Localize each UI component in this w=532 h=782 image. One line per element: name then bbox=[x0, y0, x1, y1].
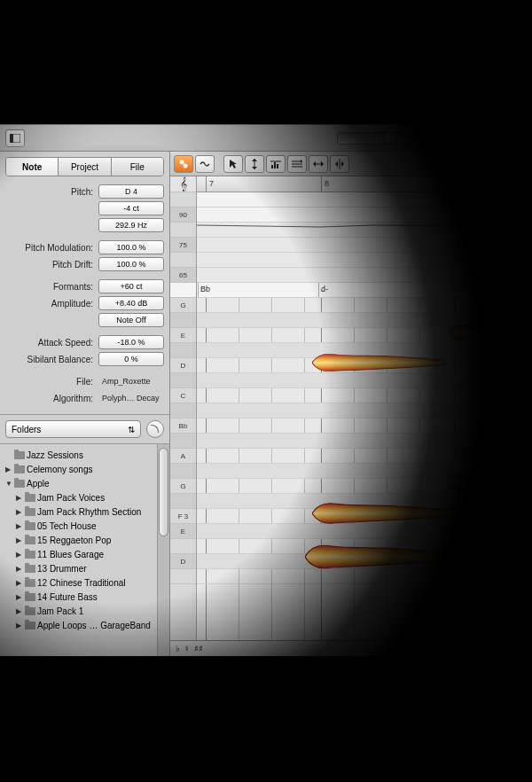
note-editor[interactable]: 𝄞 907565GEDCBbAGF 3ED 789 Bbd-C bbox=[170, 176, 532, 640]
tool-pitch-button[interactable] bbox=[174, 155, 193, 173]
file-browser: Folders ⇅ Jazz Sessions▶Celemony songs▼A… bbox=[0, 415, 169, 656]
tool-split-button[interactable] bbox=[245, 155, 264, 173]
folder-item[interactable]: ▶Jam Pack Rhythm Section bbox=[2, 504, 168, 519]
disclosure-icon[interactable]: ▶ bbox=[16, 494, 23, 502]
folder-item[interactable]: ▼Apple bbox=[2, 476, 168, 490]
tab-project[interactable]: Project bbox=[59, 158, 111, 176]
pitch-hz-value[interactable]: 292.9 Hz bbox=[98, 218, 164, 232]
amp-ruler-cell bbox=[170, 253, 196, 268]
amp-ruler-cell: 75 bbox=[170, 238, 196, 253]
disclosure-icon[interactable]: ▼ bbox=[5, 480, 12, 488]
svg-marker-23 bbox=[321, 161, 324, 167]
natural-icon[interactable]: ♮ bbox=[185, 644, 189, 653]
disclosure-icon[interactable]: ▶ bbox=[16, 551, 23, 559]
svg-rect-2 bbox=[429, 134, 438, 143]
folder-label: 12 Chinese Traditional bbox=[37, 578, 126, 588]
tool-arrow-button[interactable] bbox=[223, 155, 243, 173]
folder-item[interactable]: ▶15 Reggaeton Pop bbox=[2, 533, 168, 547]
stop-button[interactable] bbox=[470, 129, 488, 147]
note-grid[interactable]: 789 Bbd-C bbox=[197, 176, 532, 640]
disclosure-icon[interactable]: ▶ bbox=[16, 536, 23, 544]
record-button[interactable] bbox=[450, 129, 468, 147]
folder-item[interactable]: ▶Apple Loops … GarageBand bbox=[2, 618, 168, 632]
tool-amp-button[interactable] bbox=[266, 155, 286, 173]
disclosure-icon[interactable]: ▶ bbox=[16, 508, 23, 516]
disclosure-icon[interactable]: ▶ bbox=[16, 522, 23, 530]
note-blob[interactable] bbox=[445, 519, 532, 536]
chord-label[interactable]: d- bbox=[321, 285, 328, 293]
svg-marker-11 bbox=[252, 159, 257, 161]
folder-icon bbox=[14, 480, 25, 488]
tab-file[interactable]: File bbox=[112, 158, 163, 176]
amplitude-curve[interactable] bbox=[197, 207, 532, 268]
tree-scrollbar[interactable] bbox=[157, 444, 169, 656]
chord-label[interactable]: C bbox=[456, 285, 462, 293]
tool-formant-button[interactable] bbox=[287, 155, 307, 173]
folder-icon bbox=[25, 565, 35, 573]
attack-value[interactable]: -18.0 % bbox=[98, 335, 164, 349]
pitch-ruler-cell bbox=[170, 494, 196, 509]
folder-label: Jam Pack Rhythm Section bbox=[37, 507, 141, 517]
folder-icon bbox=[25, 579, 35, 587]
folder-item[interactable]: ▶Celemony songs bbox=[2, 462, 168, 476]
disclosure-icon[interactable]: ▶ bbox=[16, 565, 23, 573]
svg-marker-25 bbox=[335, 161, 338, 167]
browser-view-select[interactable]: Folders ⇅ bbox=[5, 420, 141, 438]
disclosure-icon[interactable]: ▶ bbox=[16, 607, 23, 615]
chord-label[interactable]: Bb bbox=[200, 285, 210, 293]
amp-ruler-cell bbox=[170, 223, 196, 238]
pitch-ruler: 𝄞 907565GEDCBbAGF 3ED bbox=[170, 176, 197, 640]
pitchmod-value[interactable]: 100.0 % bbox=[98, 240, 164, 254]
top-toolbar bbox=[0, 125, 532, 152]
folder-item[interactable]: ▶14 Future Bass bbox=[2, 590, 168, 604]
zoom-mode-button[interactable] bbox=[424, 129, 443, 147]
editor-panel: 𝄞 907565GEDCBbAGF 3ED 789 Bbd-C ♭ ♮ ♯♯ bbox=[170, 152, 532, 656]
note-blob[interactable] bbox=[450, 323, 529, 342]
tool-separate-button[interactable] bbox=[330, 155, 349, 173]
play-button[interactable] bbox=[489, 129, 507, 147]
note-blob[interactable] bbox=[312, 351, 445, 374]
folder-item[interactable]: ▶13 Drummer bbox=[2, 561, 168, 575]
pitch-ruler-cell: A bbox=[170, 449, 196, 464]
note-blob[interactable] bbox=[312, 500, 454, 527]
sharp-icon[interactable]: ♯♯ bbox=[194, 644, 203, 653]
sibilant-value[interactable]: 0 % bbox=[98, 352, 164, 366]
note-blob[interactable] bbox=[445, 472, 532, 493]
folder-item[interactable]: ▶Jam Pack 1 bbox=[2, 604, 168, 618]
updown-icon: ⇅ bbox=[128, 425, 135, 434]
flat-icon[interactable]: ♭ bbox=[176, 644, 180, 653]
folder-item[interactable]: ▶05 Tech House bbox=[2, 519, 168, 533]
formants-value[interactable]: +60 ct bbox=[98, 279, 164, 293]
time-ruler[interactable]: 789 bbox=[197, 176, 532, 192]
svg-rect-14 bbox=[274, 162, 276, 168]
drift-value[interactable]: 100.0 % bbox=[98, 257, 164, 271]
folder-icon bbox=[25, 551, 35, 559]
amplitude-label: Amplitude: bbox=[5, 299, 98, 309]
disclosure-icon[interactable]: ▶ bbox=[16, 579, 23, 587]
disclosure-icon[interactable]: ▶ bbox=[16, 622, 23, 630]
pitch-ruler-cell: G bbox=[170, 479, 196, 494]
amplitude-value[interactable]: +8.40 dB bbox=[98, 296, 164, 310]
pitch-value[interactable]: D 4 bbox=[98, 184, 164, 199]
folder-item[interactable]: ▶11 Blues Garage bbox=[2, 547, 168, 561]
zoom-slider[interactable] bbox=[337, 132, 417, 145]
folder-item[interactable]: ▶12 Chinese Traditional bbox=[2, 575, 168, 590]
folder-item[interactable]: Jazz Sessions bbox=[2, 448, 168, 462]
disclosure-icon[interactable]: ▶ bbox=[5, 465, 12, 473]
chord-track[interactable]: Bbd-C bbox=[197, 283, 532, 298]
disclosure-icon[interactable]: ▶ bbox=[16, 593, 23, 601]
loop-button[interactable] bbox=[509, 129, 527, 147]
note-blob[interactable] bbox=[305, 542, 456, 572]
file-label: File: bbox=[5, 377, 98, 387]
sidebar-toggle-button[interactable] bbox=[5, 129, 25, 147]
tool-mod-button[interactable] bbox=[195, 155, 215, 173]
noteoff-button[interactable]: Note Off bbox=[98, 313, 164, 327]
tool-time-button[interactable] bbox=[309, 155, 328, 173]
tab-note[interactable]: Note bbox=[6, 158, 59, 176]
pitch-cents-value[interactable]: -4 ct bbox=[98, 201, 164, 215]
folder-item[interactable]: ▶Jam Pack Voices bbox=[2, 490, 168, 504]
formants-label: Formants: bbox=[5, 282, 98, 292]
editor-toolbar bbox=[170, 152, 532, 176]
folder-label: 11 Blues Garage bbox=[37, 550, 104, 559]
browser-recent-button[interactable] bbox=[146, 420, 164, 438]
